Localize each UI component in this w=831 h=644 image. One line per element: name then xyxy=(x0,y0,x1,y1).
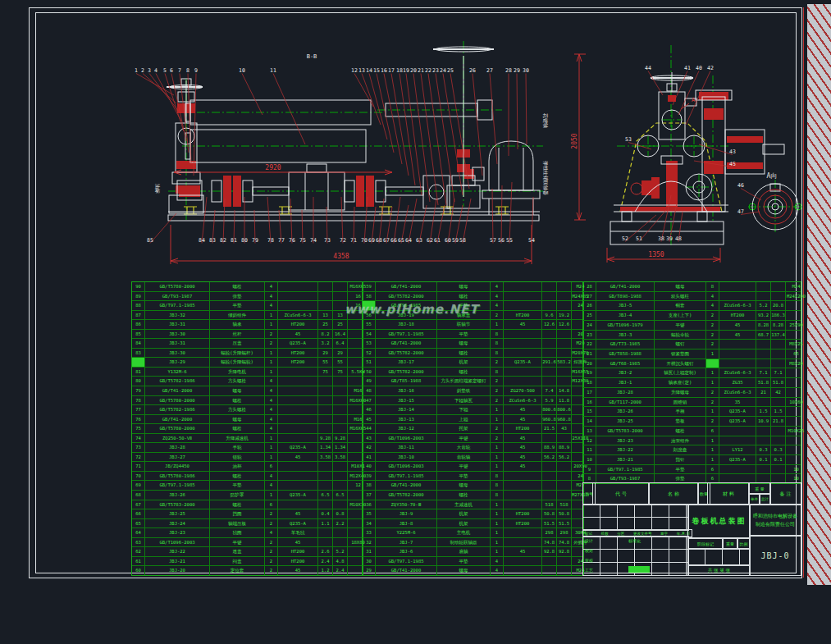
bom-cell: 螺栓 xyxy=(436,349,490,358)
bom-cell: 4.8 xyxy=(332,557,347,566)
bom-cell: 1 xyxy=(490,453,503,462)
bom-cell xyxy=(541,434,556,443)
balloon-label: 38 xyxy=(658,235,664,242)
bom-cell xyxy=(503,282,541,291)
bom-cell: 油管组件 xyxy=(654,436,705,445)
bom-cell xyxy=(719,436,756,445)
bom-row: 67GB/T5783-2000螺栓6M10X30 xyxy=(132,500,363,509)
bom-cell: JBJ-21 xyxy=(596,455,654,464)
bom-cell: 1.34 xyxy=(317,443,332,452)
bom-row: 81Y132M-6升降电机175755.5KW xyxy=(132,367,363,377)
bom-cell: 76 xyxy=(132,415,144,424)
bom-cell: 1 xyxy=(705,436,719,445)
bom-cell: 74 xyxy=(132,434,144,443)
balloon-label: 16 xyxy=(381,67,387,74)
bom-cell: 螺栓 xyxy=(209,396,264,405)
bom-row: 85JBJ-30丝杆2458.216.4 xyxy=(132,329,363,339)
balloon-label: 66 xyxy=(390,237,397,244)
bom-cell: 4 xyxy=(264,472,277,481)
bom-cell: 2.4 xyxy=(317,557,332,566)
bom-cell: GB/T858-1988 xyxy=(596,349,654,359)
bom-cell xyxy=(756,427,770,436)
bom-cell: JBJ-22 xyxy=(596,445,654,454)
bom-cell: GB/T5780-2000 xyxy=(144,282,209,291)
bom-cell xyxy=(556,301,571,310)
balloon-label: 82 xyxy=(220,237,226,244)
dim-line-2920 xyxy=(174,170,392,175)
bom-cell xyxy=(770,398,785,407)
bom-cell: 8 xyxy=(490,349,503,358)
bom-cell: JBJ-10 xyxy=(375,453,436,462)
bom-cell: 轴承座(定) xyxy=(654,378,705,387)
bom-cell: GB/T41-2000 xyxy=(144,415,209,424)
bom-cell: 1 xyxy=(264,358,277,367)
bom-cell: 平垫 xyxy=(436,472,490,481)
bom-cell: 6 xyxy=(705,465,719,474)
bom-cell: 298 xyxy=(556,528,571,537)
cad-sheet: 1234567891011121314151617181920212223242… xyxy=(0,0,831,644)
balloon-label: 12 xyxy=(351,67,358,74)
bom-cell xyxy=(317,301,332,310)
bom-cell: 14.8 xyxy=(556,386,571,395)
side-note-1: 花键轴 xyxy=(542,113,549,128)
dim-text-1350: 1350 xyxy=(648,251,664,258)
bom-cell: 10 xyxy=(785,465,806,474)
bom-cell: 72 xyxy=(132,453,144,462)
bom-cell: 刻度盘 xyxy=(654,445,705,454)
bom-cell: 6.4 xyxy=(332,339,347,348)
bom-cell: 托架 xyxy=(436,424,490,433)
bom-cell xyxy=(503,500,541,509)
bom-cell: JBJ-13 xyxy=(375,415,436,424)
bom-cell: 大齿轮 xyxy=(436,443,490,452)
bom-row: 23JBJ-3蜗轮伞轮24568.7137.4 xyxy=(583,330,801,340)
leader-line xyxy=(150,213,176,244)
bom-cell: 平垫 xyxy=(209,481,264,490)
bom-cell xyxy=(503,472,541,481)
bom-cell: ZQY350-70-Ⅲ xyxy=(375,500,436,509)
bom-cell: JBJ-30 xyxy=(144,349,209,358)
bom-cell: 52 xyxy=(363,349,375,358)
bom-cell: 0.3 xyxy=(770,445,785,454)
bom-cell xyxy=(332,528,347,537)
section-arrow-a: A xyxy=(692,97,696,103)
bom-cell xyxy=(503,566,541,575)
bom-cell: 2 xyxy=(705,311,719,320)
bom-row: 12JBJ-23油管组件1 xyxy=(583,436,801,445)
bom-cell xyxy=(503,330,541,339)
bom-cell: 59 xyxy=(363,282,375,291)
balloon-label: 5 xyxy=(163,67,167,74)
bom-cell: 1 xyxy=(264,311,277,320)
bom-cell: 27 xyxy=(583,292,596,301)
bom-cell: GB/T97.1-1985 xyxy=(375,330,436,339)
bom-cell: 螺栓 xyxy=(436,368,490,377)
bom-cell xyxy=(503,538,541,547)
bom-cell: 4 xyxy=(705,292,719,301)
bom-cell: 25X90 xyxy=(785,321,806,330)
bom-cell: 45 xyxy=(277,538,317,547)
bom-cell: 弹垫 xyxy=(209,292,264,301)
bom-cell: JBJ-11 xyxy=(375,443,436,452)
bom-cell: HT200 xyxy=(503,509,541,518)
bom-row: 34JBJ-8机架1HT20051.551.5 xyxy=(363,518,583,528)
balloon-label: 71 xyxy=(350,237,357,244)
bom-cell: 29 xyxy=(317,349,332,358)
bom-row: 64JBJ-23毡圈4羊毛毡 xyxy=(132,528,363,537)
bom-cell: 手柄 xyxy=(654,407,705,416)
bom-cell: 4 xyxy=(264,377,277,386)
balloon-label: 70 xyxy=(361,237,368,244)
bom-cell: 2 xyxy=(264,538,277,547)
balloon-label: 7 xyxy=(178,67,181,74)
bom-cell: 93.2 xyxy=(756,311,770,320)
bom-cell xyxy=(317,424,332,433)
bom-cell: 3.58 xyxy=(332,453,347,462)
bom-cell: 20.8 xyxy=(770,301,785,310)
bom-cell: 轴端压板 xyxy=(209,519,264,528)
bom-cell: 1 xyxy=(490,443,503,452)
balloon-label: 74 xyxy=(310,237,317,244)
bom-row: 49GB/T85-1988方头长圆柱端紧定螺钉2M12X30 xyxy=(363,376,583,386)
bom-cell: 10 xyxy=(583,455,596,464)
bom-cell: GB/T5782-2000 xyxy=(375,491,436,500)
bom-cell: 6 xyxy=(264,500,277,509)
bom-cell xyxy=(317,405,332,414)
balloon-label: 68 xyxy=(376,237,382,244)
